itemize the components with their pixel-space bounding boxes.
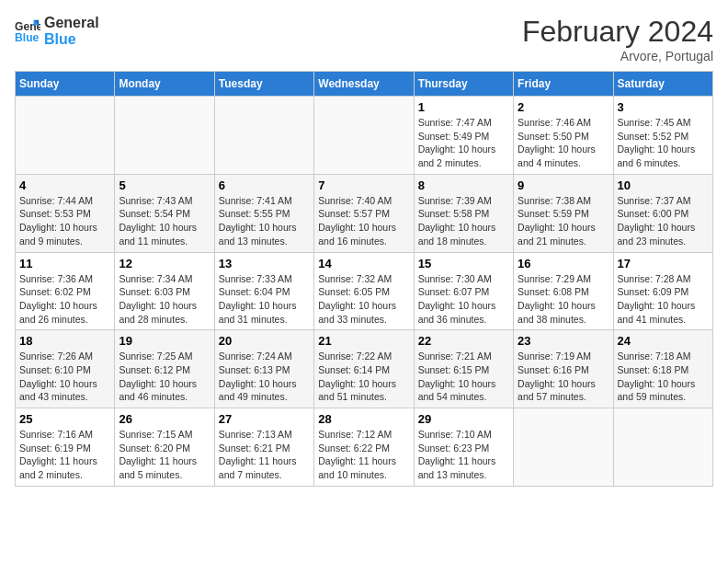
calendar-day-cell: 24Sunrise: 7:18 AM Sunset: 6:18 PM Dayli… — [613, 330, 712, 408]
logo: General Blue General Blue — [15, 15, 99, 47]
calendar-week-row: 25Sunrise: 7:16 AM Sunset: 6:19 PM Dayli… — [16, 408, 713, 487]
calendar-day-cell: 25Sunrise: 7:16 AM Sunset: 6:19 PM Dayli… — [16, 408, 115, 487]
location: Arvore, Portugal — [522, 49, 713, 63]
day-info: Sunrise: 7:19 AM Sunset: 6:16 PM Dayligh… — [518, 350, 609, 404]
day-of-week-header: Sunday — [16, 72, 115, 97]
page-header: General Blue General Blue February 2024 … — [15, 15, 713, 63]
calendar-day-cell: 9Sunrise: 7:38 AM Sunset: 5:59 PM Daylig… — [514, 174, 613, 252]
day-info: Sunrise: 7:30 AM Sunset: 6:07 PM Dayligh… — [418, 272, 509, 327]
calendar-header-row: SundayMondayTuesdayWednesdayThursdayFrid… — [16, 72, 713, 97]
day-info: Sunrise: 7:21 AM Sunset: 6:15 PM Dayligh… — [418, 350, 509, 404]
day-number: 8 — [418, 178, 509, 192]
day-info: Sunrise: 7:10 AM Sunset: 6:23 PM Dayligh… — [418, 428, 509, 482]
day-number: 28 — [318, 412, 409, 426]
day-info: Sunrise: 7:38 AM Sunset: 5:59 PM Dayligh… — [518, 194, 609, 248]
day-number: 17 — [618, 257, 709, 270]
day-number: 19 — [119, 334, 210, 348]
day-info: Sunrise: 7:37 AM Sunset: 6:00 PM Dayligh… — [618, 194, 709, 248]
day-of-week-header: Monday — [115, 72, 214, 97]
day-info: Sunrise: 7:16 AM Sunset: 6:19 PM Dayligh… — [19, 428, 110, 482]
calendar-day-cell: 28Sunrise: 7:12 AM Sunset: 6:22 PM Dayli… — [314, 408, 414, 487]
day-number: 1 — [418, 100, 509, 114]
calendar-day-cell: 12Sunrise: 7:34 AM Sunset: 6:03 PM Dayli… — [115, 252, 214, 330]
svg-text:Blue: Blue — [15, 31, 40, 44]
day-info: Sunrise: 7:44 AM Sunset: 5:53 PM Dayligh… — [19, 194, 110, 248]
day-number: 7 — [318, 178, 409, 192]
day-info: Sunrise: 7:12 AM Sunset: 6:22 PM Dayligh… — [318, 428, 409, 482]
calendar-day-cell: 6Sunrise: 7:41 AM Sunset: 5:55 PM Daylig… — [214, 174, 313, 252]
day-number: 27 — [219, 412, 310, 426]
calendar-day-cell: 15Sunrise: 7:30 AM Sunset: 6:07 PM Dayli… — [414, 252, 513, 330]
calendar-day-cell: 3Sunrise: 7:45 AM Sunset: 5:52 PM Daylig… — [613, 97, 712, 175]
calendar-table: SundayMondayTuesdayWednesdayThursdayFrid… — [15, 71, 713, 487]
day-info: Sunrise: 7:39 AM Sunset: 5:58 PM Dayligh… — [418, 194, 509, 248]
calendar-day-cell: 13Sunrise: 7:33 AM Sunset: 6:04 PM Dayli… — [214, 252, 313, 330]
calendar-day-cell — [115, 97, 214, 175]
calendar-week-row: 11Sunrise: 7:36 AM Sunset: 6:02 PM Dayli… — [16, 252, 713, 330]
day-info: Sunrise: 7:18 AM Sunset: 6:18 PM Dayligh… — [618, 350, 709, 404]
day-number: 23 — [518, 334, 609, 348]
calendar-day-cell — [16, 97, 115, 175]
calendar-day-cell: 22Sunrise: 7:21 AM Sunset: 6:15 PM Dayli… — [414, 330, 513, 408]
calendar-day-cell: 26Sunrise: 7:15 AM Sunset: 6:20 PM Dayli… — [115, 408, 214, 487]
day-of-week-header: Saturday — [613, 72, 712, 97]
calendar-day-cell — [314, 97, 414, 175]
day-of-week-header: Tuesday — [214, 72, 313, 97]
day-of-week-header: Thursday — [414, 72, 513, 97]
day-info: Sunrise: 7:22 AM Sunset: 6:14 PM Dayligh… — [318, 350, 409, 404]
calendar-day-cell: 8Sunrise: 7:39 AM Sunset: 5:58 PM Daylig… — [414, 174, 513, 252]
day-number: 29 — [418, 412, 509, 426]
day-info: Sunrise: 7:24 AM Sunset: 6:13 PM Dayligh… — [219, 350, 310, 404]
calendar-week-row: 4Sunrise: 7:44 AM Sunset: 5:53 PM Daylig… — [16, 174, 713, 252]
day-number: 16 — [518, 257, 609, 270]
calendar-day-cell: 16Sunrise: 7:29 AM Sunset: 6:08 PM Dayli… — [514, 252, 613, 330]
day-info: Sunrise: 7:47 AM Sunset: 5:49 PM Dayligh… — [418, 116, 509, 170]
day-number: 25 — [19, 412, 110, 426]
day-info: Sunrise: 7:41 AM Sunset: 5:55 PM Dayligh… — [219, 194, 310, 248]
day-number: 5 — [119, 178, 210, 192]
day-number: 20 — [219, 334, 310, 348]
day-number: 11 — [19, 257, 110, 270]
calendar-week-row: 18Sunrise: 7:26 AM Sunset: 6:10 PM Dayli… — [16, 330, 713, 408]
calendar-day-cell: 21Sunrise: 7:22 AM Sunset: 6:14 PM Dayli… — [314, 330, 414, 408]
title-block: February 2024 Arvore, Portugal — [522, 15, 713, 63]
calendar-day-cell: 10Sunrise: 7:37 AM Sunset: 6:00 PM Dayli… — [613, 174, 712, 252]
calendar-day-cell: 20Sunrise: 7:24 AM Sunset: 6:13 PM Dayli… — [214, 330, 313, 408]
day-number: 3 — [618, 100, 709, 114]
calendar-day-cell — [613, 408, 712, 487]
day-info: Sunrise: 7:40 AM Sunset: 5:57 PM Dayligh… — [318, 194, 409, 248]
calendar-day-cell: 2Sunrise: 7:46 AM Sunset: 5:50 PM Daylig… — [514, 97, 613, 175]
calendar-day-cell: 19Sunrise: 7:25 AM Sunset: 6:12 PM Dayli… — [115, 330, 214, 408]
calendar-week-row: 1Sunrise: 7:47 AM Sunset: 5:49 PM Daylig… — [16, 97, 713, 175]
calendar-day-cell: 4Sunrise: 7:44 AM Sunset: 5:53 PM Daylig… — [16, 174, 115, 252]
day-number: 24 — [618, 334, 709, 348]
day-info: Sunrise: 7:43 AM Sunset: 5:54 PM Dayligh… — [119, 194, 210, 248]
calendar-day-cell: 5Sunrise: 7:43 AM Sunset: 5:54 PM Daylig… — [115, 174, 214, 252]
day-number: 6 — [219, 178, 310, 192]
calendar-day-cell: 29Sunrise: 7:10 AM Sunset: 6:23 PM Dayli… — [414, 408, 513, 487]
day-number: 10 — [618, 178, 709, 192]
calendar-day-cell: 17Sunrise: 7:28 AM Sunset: 6:09 PM Dayli… — [613, 252, 712, 330]
day-number: 26 — [119, 412, 210, 426]
month-title: February 2024 — [522, 15, 713, 49]
day-info: Sunrise: 7:13 AM Sunset: 6:21 PM Dayligh… — [219, 428, 310, 482]
calendar-day-cell: 7Sunrise: 7:40 AM Sunset: 5:57 PM Daylig… — [314, 174, 414, 252]
day-info: Sunrise: 7:32 AM Sunset: 6:05 PM Dayligh… — [318, 272, 409, 327]
calendar-day-cell: 1Sunrise: 7:47 AM Sunset: 5:49 PM Daylig… — [414, 97, 513, 175]
calendar-day-cell — [214, 97, 313, 175]
day-info: Sunrise: 7:29 AM Sunset: 6:08 PM Dayligh… — [518, 272, 609, 327]
day-info: Sunrise: 7:28 AM Sunset: 6:09 PM Dayligh… — [618, 272, 709, 327]
day-of-week-header: Wednesday — [314, 72, 414, 97]
day-number: 15 — [418, 257, 509, 270]
calendar-day-cell: 18Sunrise: 7:26 AM Sunset: 6:10 PM Dayli… — [16, 330, 115, 408]
calendar-day-cell: 23Sunrise: 7:19 AM Sunset: 6:16 PM Dayli… — [514, 330, 613, 408]
day-info: Sunrise: 7:15 AM Sunset: 6:20 PM Dayligh… — [119, 428, 210, 482]
calendar-day-cell: 27Sunrise: 7:13 AM Sunset: 6:21 PM Dayli… — [214, 408, 313, 487]
logo-icon: General Blue — [15, 18, 40, 44]
day-number: 22 — [418, 334, 509, 348]
day-number: 4 — [19, 178, 110, 192]
day-info: Sunrise: 7:25 AM Sunset: 6:12 PM Dayligh… — [119, 350, 210, 404]
day-info: Sunrise: 7:33 AM Sunset: 6:04 PM Dayligh… — [219, 272, 310, 327]
day-number: 9 — [518, 178, 609, 192]
day-number: 18 — [19, 334, 110, 348]
